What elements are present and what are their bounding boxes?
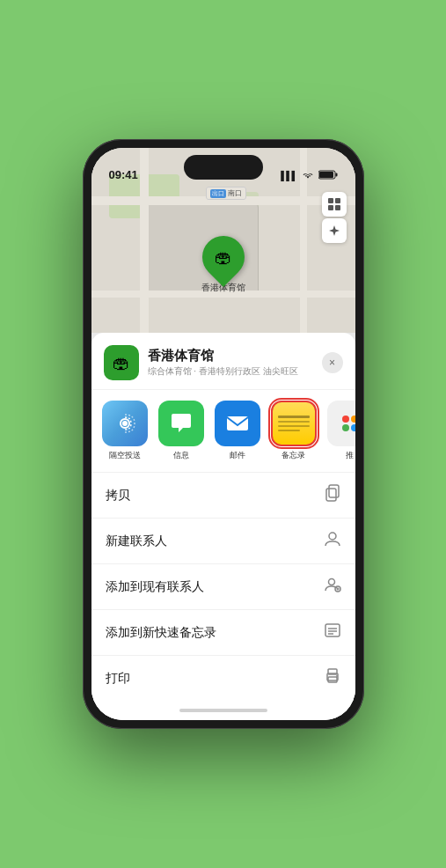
mail-label: 邮件 — [230, 450, 245, 461]
share-more[interactable]: 推 — [325, 401, 355, 461]
add-notes-icon — [324, 622, 341, 644]
share-airdrop[interactable]: 隔空投送 — [100, 401, 150, 461]
action-copy[interactable]: 拷贝 — [91, 473, 355, 519]
home-bar — [179, 709, 267, 712]
svg-point-13 — [328, 579, 334, 585]
action-list: 拷贝 新建联系人 — [91, 473, 355, 701]
map-label: 出口 南口 — [206, 187, 246, 200]
location-button[interactable] — [322, 218, 347, 243]
action-print[interactable]: 打印 — [91, 656, 355, 701]
new-contact-icon — [324, 530, 341, 552]
signal-icon: ▌▌▌ — [281, 171, 296, 180]
map-label-text: 南口 — [228, 188, 242, 198]
messages-label: 信息 — [173, 450, 189, 461]
map-controls — [322, 192, 347, 243]
add-existing-icon — [324, 576, 341, 598]
share-notes[interactable]: 备忘录 — [269, 401, 318, 461]
print-icon — [324, 667, 341, 689]
action-new-contact[interactable]: 新建联系人 — [91, 519, 355, 564]
airdrop-label: 隔空投送 — [109, 450, 141, 461]
venue-pin: 🏟 香港体育馆 — [201, 236, 245, 294]
more-label: 推 — [346, 450, 354, 461]
action-add-notes-label: 添加到新快速备忘录 — [106, 625, 216, 641]
pin-marker: 🏟 — [194, 227, 253, 287]
svg-point-8 — [122, 421, 128, 426]
home-indicator — [91, 701, 355, 720]
pin-venue-icon: 🏟 — [215, 247, 232, 268]
status-icons: ▌▌▌ — [281, 170, 337, 181]
venue-logo: 🏟 — [104, 345, 139, 380]
svg-rect-17 — [325, 624, 340, 636]
map-view-button[interactable] — [322, 192, 347, 217]
svg-rect-10 — [329, 485, 339, 497]
svg-rect-6 — [335, 205, 340, 210]
svg-point-12 — [329, 533, 336, 540]
venue-header: 🏟 香港体育馆 综合体育馆 · 香港特别行政区 油尖旺区 × — [91, 333, 355, 390]
messages-icon — [158, 401, 204, 446]
share-row: 隔空投送 信息 — [91, 390, 355, 473]
share-mail[interactable]: 邮件 — [213, 401, 262, 461]
airdrop-icon — [102, 401, 148, 446]
svg-rect-9 — [227, 416, 248, 430]
close-button[interactable]: × — [322, 352, 343, 373]
wifi-icon — [302, 171, 314, 181]
svg-rect-2 — [319, 172, 333, 178]
status-time: 09:41 — [109, 168, 138, 181]
svg-rect-5 — [328, 205, 333, 210]
action-add-notes[interactable]: 添加到新快速备忘录 — [91, 610, 355, 656]
svg-rect-3 — [328, 198, 333, 203]
battery-icon — [318, 170, 338, 181]
action-add-existing-label: 添加到现有联系人 — [106, 579, 204, 595]
notes-icon — [271, 401, 317, 446]
map-label-tag: 出口 — [210, 189, 226, 198]
phone-frame: 09:41 ▌▌▌ — [83, 139, 364, 729]
phone-screen: 09:41 ▌▌▌ — [91, 148, 355, 720]
venue-info: 香港体育馆 综合体育馆 · 香港特别行政区 油尖旺区 — [148, 348, 322, 378]
action-add-existing[interactable]: 添加到现有联系人 — [91, 564, 355, 610]
copy-icon — [324, 484, 341, 506]
svg-rect-1 — [335, 173, 337, 177]
action-copy-label: 拷贝 — [106, 488, 130, 504]
venue-name: 香港体育馆 — [148, 348, 322, 364]
venue-subtitle: 综合体育馆 · 香港特别行政区 油尖旺区 — [148, 365, 322, 378]
venue-logo-icon: 🏟 — [113, 353, 130, 373]
mail-icon — [215, 401, 260, 446]
svg-rect-11 — [326, 489, 336, 501]
dynamic-island — [184, 155, 263, 180]
action-new-contact-label: 新建联系人 — [106, 533, 167, 549]
svg-rect-4 — [335, 198, 340, 203]
more-icon — [327, 401, 355, 446]
svg-rect-23 — [328, 677, 337, 682]
bottom-sheet: 🏟 香港体育馆 综合体育馆 · 香港特别行政区 油尖旺区 × — [91, 333, 355, 720]
action-print-label: 打印 — [106, 671, 130, 687]
svg-point-24 — [336, 675, 338, 677]
share-messages[interactable]: 信息 — [157, 401, 206, 461]
notes-label: 备忘录 — [281, 450, 305, 461]
